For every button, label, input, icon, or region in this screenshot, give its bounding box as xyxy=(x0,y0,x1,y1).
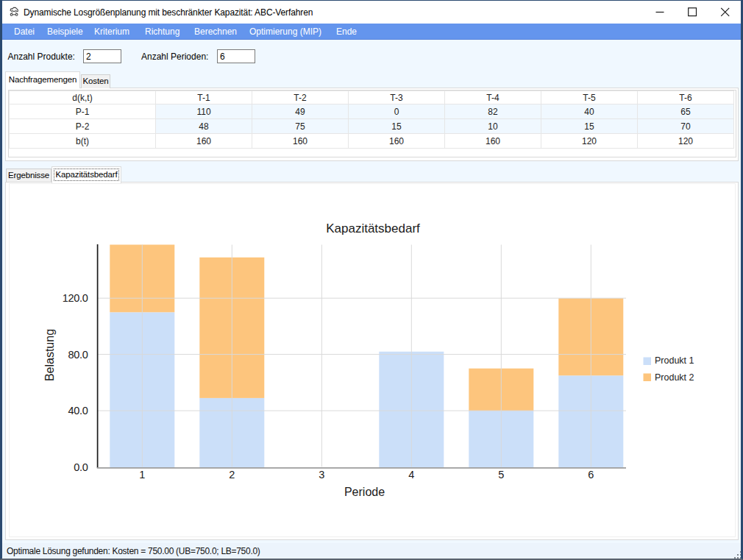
svg-text:Produkt 2: Produkt 2 xyxy=(655,372,694,383)
svg-text:0.0: 0.0 xyxy=(74,461,88,473)
svg-text:5: 5 xyxy=(498,469,504,481)
svg-text:Periode: Periode xyxy=(344,486,385,498)
svg-text:3: 3 xyxy=(319,469,324,481)
svg-text:Kapazitätsbedarf: Kapazitätsbedarf xyxy=(326,221,420,235)
svg-text:80.0: 80.0 xyxy=(68,349,88,361)
svg-text:2: 2 xyxy=(229,469,235,481)
svg-text:1: 1 xyxy=(139,469,145,481)
svg-text:6: 6 xyxy=(588,469,594,481)
svg-text:120.0: 120.0 xyxy=(63,292,88,304)
svg-text:Produkt 1: Produkt 1 xyxy=(655,355,694,366)
svg-text:4: 4 xyxy=(408,469,414,481)
svg-text:40.0: 40.0 xyxy=(68,405,88,417)
svg-text:Belastung: Belastung xyxy=(43,329,56,381)
